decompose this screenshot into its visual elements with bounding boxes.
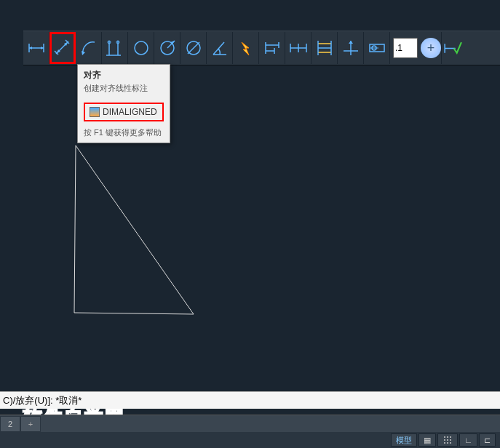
svg-point-55 <box>450 442 451 444</box>
ortho-icon: ∟ <box>464 436 472 444</box>
dim-aligned-button[interactable] <box>49 32 76 64</box>
svg-point-54 <box>447 442 448 444</box>
add-button[interactable]: + <box>421 38 441 58</box>
dim-scale-value: .1 <box>395 43 402 53</box>
tolerance-button[interactable] <box>364 32 390 64</box>
grid-toggle[interactable]: ▦ <box>418 433 436 447</box>
svg-point-48 <box>447 436 448 438</box>
model-space-button[interactable]: 模型 <box>391 433 417 447</box>
svg-marker-40 <box>349 41 353 44</box>
command-line[interactable]: C)/放弃(U)]: *取消* <box>0 391 500 409</box>
svg-marker-46 <box>74 145 194 314</box>
svg-point-53 <box>444 442 445 444</box>
layout-tab[interactable]: 2 <box>0 416 20 432</box>
command-line-text: C)/放弃(U)]: *取消* <box>3 395 82 406</box>
svg-point-49 <box>450 436 451 438</box>
ortho-toggle[interactable]: ∟ <box>459 433 477 447</box>
quick-dim-button[interactable] <box>233 32 259 64</box>
dimension-toolbar: .1 + <box>23 31 500 65</box>
add-layout-tab[interactable]: + <box>20 416 41 432</box>
dim-check-button[interactable] <box>441 32 463 64</box>
svg-point-16 <box>135 41 148 55</box>
polar-toggle[interactable]: ⊏ <box>479 433 496 447</box>
grid-icon: ▦ <box>424 436 431 445</box>
svg-point-47 <box>444 436 445 438</box>
dim-linear-button[interactable] <box>23 32 49 64</box>
grid-dots-toggle[interactable] <box>437 433 458 447</box>
dim-jogged-button[interactable] <box>154 32 180 64</box>
dim-diameter-button[interactable] <box>180 32 207 64</box>
status-bar: 模型 ▦ ∟ ⊏ <box>0 432 500 448</box>
dim-ordinate-button[interactable] <box>102 32 128 64</box>
svg-point-50 <box>444 439 445 441</box>
dim-space-button[interactable] <box>311 32 338 64</box>
dim-angular-button[interactable] <box>207 32 233 64</box>
dots-icon <box>443 435 453 445</box>
svg-point-51 <box>447 439 448 441</box>
svg-point-52 <box>450 439 451 441</box>
dim-break-button[interactable] <box>338 32 364 64</box>
dim-baseline-button[interactable] <box>259 32 285 64</box>
layout-tabs: 2 + <box>0 415 500 432</box>
dim-arc-button[interactable] <box>76 32 102 64</box>
dim-continue-button[interactable] <box>285 32 311 64</box>
dim-scale-input[interactable]: .1 <box>393 38 418 58</box>
svg-line-21 <box>188 42 199 54</box>
dim-radius-button[interactable] <box>128 32 154 64</box>
drawing-canvas[interactable] <box>0 65 500 385</box>
polar-icon: ⊏ <box>484 436 491 445</box>
svg-line-23 <box>213 42 224 55</box>
